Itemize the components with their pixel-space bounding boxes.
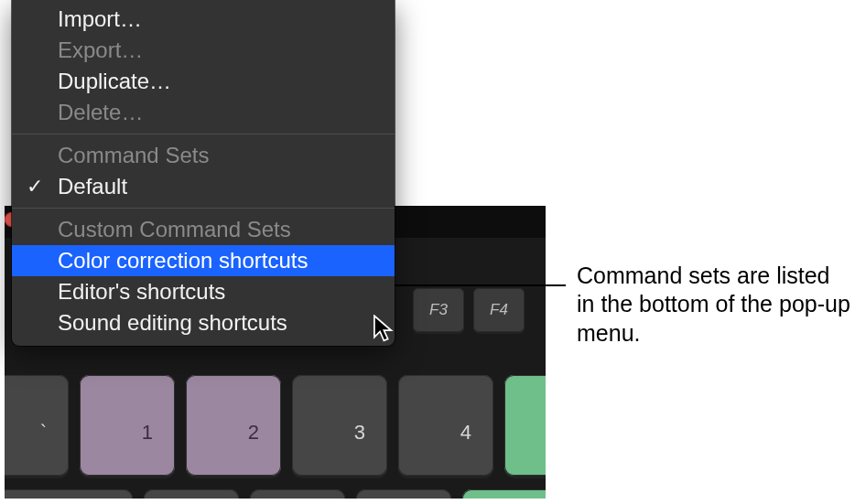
qwerty-row-partial [5, 489, 546, 499]
menu-item-label: Import… [58, 6, 142, 32]
command-set-popup-menu: Import… Export… Duplicate… Delete… Comma… [12, 0, 395, 346]
menu-separator [12, 134, 395, 134]
menu-item-label: Editor's shortcuts [58, 279, 225, 305]
key-f4[interactable]: F4 [473, 288, 525, 332]
menu-item-label: Export… [58, 38, 143, 63]
key-label: 2 [248, 421, 259, 445]
key-1[interactable]: 1 [80, 375, 175, 476]
key-2[interactable]: 2 [186, 375, 281, 476]
key-label: 1 [142, 421, 153, 445]
menu-item-duplicate[interactable]: Duplicate… [12, 66, 395, 97]
key-e-partial[interactable] [356, 489, 451, 499]
key-w-partial[interactable] [250, 489, 345, 499]
menu-item-label: Default [58, 174, 127, 199]
key-3[interactable]: 3 [292, 375, 387, 476]
number-key-row: ` 1 2 3 4 [5, 375, 546, 476]
key-f3[interactable]: F3 [413, 288, 464, 332]
menu-separator [12, 208, 395, 209]
menu-item-editors-shortcuts[interactable]: Editor's shortcuts [12, 276, 395, 307]
key-label: 3 [354, 421, 365, 445]
callout-leader-line [395, 284, 566, 286]
menu-item-label: Duplicate… [58, 69, 171, 94]
menu-item-export: Export… [12, 35, 395, 66]
checkmark-icon: ✓ [27, 175, 43, 198]
menu-item-color-correction-shortcuts[interactable]: Color correction shortcuts [12, 245, 395, 276]
callout-text: Command sets are listed in the bottom of… [577, 262, 851, 348]
key-r-partial[interactable] [462, 489, 546, 499]
menu-item-delete: Delete… [12, 97, 395, 128]
menu-item-label: Delete… [58, 100, 143, 125]
key-4[interactable]: 4 [398, 375, 493, 476]
key-backtick[interactable]: ` [5, 375, 69, 476]
key-q-partial[interactable] [144, 489, 239, 499]
menu-item-sound-editing-shortcuts[interactable]: Sound editing shortcuts [12, 307, 395, 338]
menu-header-command-sets: Command Sets [12, 140, 395, 171]
key-label: 4 [460, 421, 471, 445]
menu-item-import[interactable]: Import… [12, 4, 395, 35]
menu-item-label: Sound editing shortcuts [58, 310, 287, 336]
key-label: ` [40, 421, 47, 445]
key-5-partial[interactable] [504, 375, 546, 476]
menu-header-custom-command-sets: Custom Command Sets [12, 214, 395, 245]
menu-item-label: Color correction shortcuts [58, 248, 308, 273]
key-tab-partial[interactable] [5, 489, 133, 499]
menu-item-default[interactable]: ✓ Default [12, 171, 395, 202]
menu-header-label: Command Sets [58, 143, 209, 168]
menu-header-label: Custom Command Sets [58, 217, 291, 242]
